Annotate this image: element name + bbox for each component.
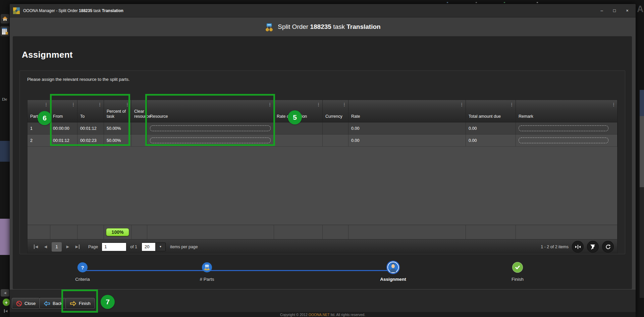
close-window-button[interactable]: × xyxy=(622,7,632,15)
cell-rate: 0.00 xyxy=(348,135,466,147)
cell-clear-resource[interactable] xyxy=(131,135,147,147)
clear-filter-button[interactable] xyxy=(587,241,599,253)
grid-empty-area xyxy=(28,147,617,225)
cell-percent: 50.00% xyxy=(104,135,131,147)
background-home-button[interactable] xyxy=(1,14,9,23)
column-menu-icon[interactable]: ⋮ xyxy=(71,102,75,107)
column-menu-icon[interactable]: ⋮ xyxy=(44,102,48,107)
cell-rate-description xyxy=(274,135,323,147)
background-purple-block xyxy=(0,219,10,255)
column-menu-icon[interactable]: ⋮ xyxy=(342,102,346,107)
remark-input[interactable] xyxy=(519,125,608,131)
step-label: Finish xyxy=(512,277,524,282)
window-title: OOONA Manager - Split Order 188235 task … xyxy=(23,8,123,13)
cell-currency xyxy=(323,122,348,135)
background-scroll-left-button[interactable]: ◀ xyxy=(1,289,9,297)
items-per-page-label: items per page xyxy=(170,245,198,249)
column-header-percent-of-task[interactable]: Percent of task⋮ xyxy=(104,100,131,122)
column-header-remark[interactable]: Remark⋮ xyxy=(516,100,618,122)
cell-total-amount-due: 0.00 xyxy=(466,122,516,135)
column-header-total-amount-due[interactable]: Total amount due⋮ xyxy=(466,100,516,122)
grid-pager: ◀ ◀ 1 ▶ ▶ Page of 1 20 ▼ items per page xyxy=(28,240,617,254)
wizard-step-assignment[interactable]: Assignment xyxy=(370,262,417,282)
column-menu-icon[interactable]: ⋮ xyxy=(268,102,272,107)
finish-button[interactable]: Finish xyxy=(65,298,95,309)
back-button-label: Back xyxy=(53,301,62,306)
resource-input[interactable] xyxy=(150,125,271,131)
split-parts-grid: Part⋮ From⋮ To⋮ Percent of task⋮ Clear r… xyxy=(27,100,618,254)
cell-currency xyxy=(323,135,348,147)
column-menu-icon[interactable]: ⋮ xyxy=(125,102,129,107)
split-order-icon: % % xyxy=(265,22,274,32)
cell-resource xyxy=(147,122,274,135)
resource-input[interactable] xyxy=(150,138,271,143)
back-button[interactable]: Back xyxy=(39,298,67,309)
close-button-label: Close xyxy=(24,301,36,306)
split-parts-icon xyxy=(202,262,212,272)
cell-resource xyxy=(147,135,274,147)
column-header-from[interactable]: From⋮ xyxy=(50,100,77,122)
page-size-dropdown[interactable]: 20 ▼ xyxy=(142,243,166,251)
column-header-resource[interactable]: Resource⋮ xyxy=(147,100,274,122)
dialog-title: Split Order 188235 task Translation xyxy=(278,23,380,31)
background-navy-block xyxy=(0,141,10,162)
background-partial-letter: A xyxy=(637,4,644,14)
next-page-button[interactable]: ▶ xyxy=(64,245,71,249)
wizard-step-criteria[interactable]: ? Criteria xyxy=(59,262,106,282)
cell-to: 00:01:12 xyxy=(77,122,104,135)
remark-input[interactable] xyxy=(519,138,608,143)
page-number-input[interactable] xyxy=(102,243,126,251)
background-top-pixel xyxy=(447,2,448,3)
previous-page-button[interactable]: ◀ xyxy=(42,245,49,249)
page-number-button[interactable]: 1 xyxy=(52,242,62,252)
background-right-navy-block xyxy=(640,90,644,116)
spreadsheet-icon xyxy=(2,28,8,35)
home-icon xyxy=(2,16,8,21)
maximize-button[interactable]: □ xyxy=(609,7,620,15)
fit-columns-button[interactable] xyxy=(572,241,584,253)
page-label: Page xyxy=(88,245,98,249)
table-row: 1 00:00:00 00:01:12 50.00% 0.00 0.00 xyxy=(28,122,617,135)
page-size-value: 20 xyxy=(142,243,155,251)
first-page-button[interactable]: ◀ xyxy=(32,245,40,249)
column-menu-icon[interactable]: ⋮ xyxy=(509,102,514,107)
close-button[interactable]: Close xyxy=(12,298,40,309)
cancel-icon xyxy=(16,301,22,307)
refresh-button[interactable] xyxy=(602,241,614,253)
background-right-dark-block xyxy=(640,187,644,298)
column-header-currency[interactable]: Currency⋮ xyxy=(323,100,348,122)
annotation-circle-7: 7 xyxy=(101,295,115,309)
column-menu-icon[interactable]: ⋮ xyxy=(316,102,321,107)
column-menu-icon[interactable]: ⋮ xyxy=(460,102,464,107)
wizard-step-finish[interactable]: Finish xyxy=(494,262,541,282)
first-page-icon: ◀ xyxy=(34,245,38,249)
brand-link[interactable]: OOONA.NET xyxy=(309,313,330,317)
cell-remark xyxy=(516,122,618,135)
background-top-pixel xyxy=(476,2,477,3)
background-top-pixel xyxy=(537,2,538,3)
cell-to: 00:02:23 xyxy=(77,135,104,147)
minimize-button[interactable]: – xyxy=(597,7,607,15)
cell-from: 00:01:12 xyxy=(50,135,77,147)
background-sheet-button[interactable] xyxy=(0,26,9,36)
annotation-circle-5: 5 xyxy=(288,110,302,124)
column-header-rate[interactable]: Rate⋮ xyxy=(348,100,466,122)
copyright-suffix: ltd. All rights reserved. xyxy=(331,313,365,317)
copyright-bar: Copyright © 2012 OOONA.NET ltd. All righ… xyxy=(10,312,636,317)
column-header-to[interactable]: To⋮ xyxy=(77,100,104,122)
previous-page-icon: ◀ xyxy=(44,245,47,249)
step-label: # Parts xyxy=(200,277,214,282)
finish-button-label: Finish xyxy=(79,301,91,306)
background-add-button[interactable]: + xyxy=(3,299,10,306)
cell-from: 00:00:00 xyxy=(50,122,77,135)
copyright-text: Copyright © 2012 xyxy=(280,313,308,317)
refresh-icon xyxy=(605,244,611,250)
last-page-button[interactable]: ▶ xyxy=(74,245,81,249)
column-menu-icon[interactable]: ⋮ xyxy=(611,102,616,107)
grid-footer-row: 100% xyxy=(28,225,617,240)
wizard-step-parts[interactable]: # Parts xyxy=(183,262,230,282)
cell-clear-resource[interactable] xyxy=(131,122,147,135)
column-header-clear-resource[interactable]: Clear resource xyxy=(131,100,147,122)
background-first-button[interactable]: ◀ xyxy=(3,309,9,313)
column-menu-icon[interactable]: ⋮ xyxy=(98,102,102,107)
